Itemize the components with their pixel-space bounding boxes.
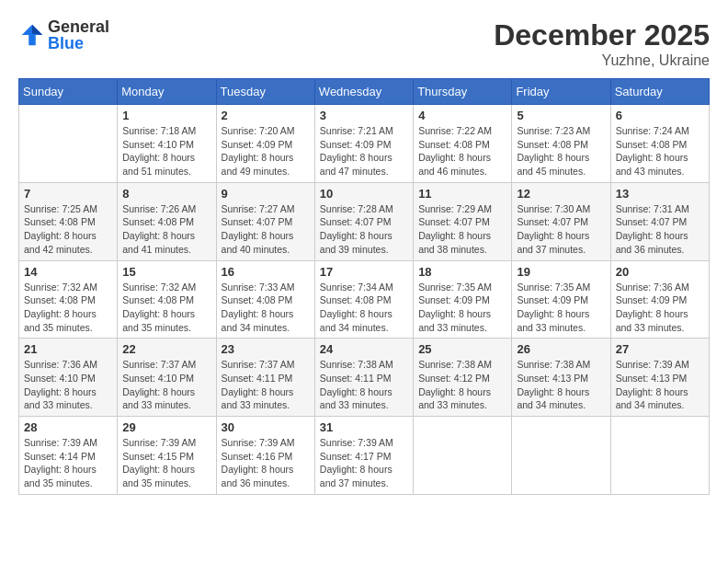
- day-number: 27: [616, 342, 704, 356]
- day-number: 21: [24, 342, 112, 356]
- day-number: 17: [320, 265, 408, 279]
- day-number: 6: [616, 109, 704, 122]
- day-info: Sunrise: 7:22 AMSunset: 4:08 PMDaylight:…: [418, 124, 506, 178]
- day-number: 18: [418, 265, 506, 279]
- day-info: Sunrise: 7:39 AMSunset: 4:15 PMDaylight:…: [122, 436, 210, 490]
- day-number: 10: [320, 187, 408, 201]
- day-info: Sunrise: 7:21 AMSunset: 4:09 PMDaylight:…: [320, 124, 408, 178]
- calendar-cell: [512, 417, 610, 495]
- location: Yuzhne, Ukraine: [494, 52, 710, 69]
- day-info: Sunrise: 7:36 AMSunset: 4:09 PMDaylight:…: [616, 281, 704, 335]
- day-info: Sunrise: 7:18 AMSunset: 4:10 PMDaylight:…: [122, 124, 210, 178]
- calendar-cell: 26Sunrise: 7:38 AMSunset: 4:13 PMDayligh…: [512, 339, 610, 417]
- week-row-3: 14Sunrise: 7:32 AMSunset: 4:08 PMDayligh…: [19, 260, 710, 339]
- calendar-cell: 9Sunrise: 7:27 AMSunset: 4:07 PMDaylight…: [216, 182, 314, 260]
- week-row-1: 1Sunrise: 7:18 AMSunset: 4:10 PMDaylight…: [19, 105, 710, 183]
- week-row-4: 21Sunrise: 7:36 AMSunset: 4:10 PMDayligh…: [19, 339, 710, 417]
- week-row-5: 28Sunrise: 7:39 AMSunset: 4:14 PMDayligh…: [19, 417, 710, 495]
- logo-icon: [18, 21, 46, 49]
- day-info: Sunrise: 7:38 AMSunset: 4:13 PMDaylight:…: [517, 358, 605, 412]
- day-number: 7: [24, 187, 112, 201]
- day-number: 22: [122, 342, 210, 356]
- logo-text: General Blue: [48, 18, 109, 52]
- weekday-header-thursday: Thursday: [414, 79, 512, 105]
- calendar-cell: 12Sunrise: 7:30 AMSunset: 4:07 PMDayligh…: [512, 182, 610, 260]
- calendar-cell: 8Sunrise: 7:26 AMSunset: 4:08 PMDaylight…: [118, 182, 216, 260]
- day-info: Sunrise: 7:36 AMSunset: 4:10 PMDaylight:…: [24, 358, 112, 412]
- calendar-cell: 15Sunrise: 7:32 AMSunset: 4:08 PMDayligh…: [118, 260, 216, 339]
- day-info: Sunrise: 7:37 AMSunset: 4:10 PMDaylight:…: [122, 358, 210, 412]
- day-number: 29: [122, 420, 210, 434]
- weekday-header-saturday: Saturday: [610, 79, 709, 105]
- page-header: General Blue December 2025 Yuzhne, Ukrai…: [18, 18, 710, 69]
- weekday-header-wednesday: Wednesday: [314, 79, 413, 105]
- calendar-cell: 22Sunrise: 7:37 AMSunset: 4:10 PMDayligh…: [118, 339, 216, 417]
- day-info: Sunrise: 7:35 AMSunset: 4:09 PMDaylight:…: [418, 281, 506, 335]
- day-info: Sunrise: 7:27 AMSunset: 4:07 PMDaylight:…: [222, 202, 310, 257]
- day-number: 28: [24, 420, 112, 434]
- calendar-cell: 1Sunrise: 7:18 AMSunset: 4:10 PMDaylight…: [118, 105, 216, 183]
- calendar-cell: 28Sunrise: 7:39 AMSunset: 4:14 PMDayligh…: [19, 417, 118, 495]
- day-number: 14: [24, 265, 112, 279]
- weekday-header-sunday: Sunday: [19, 79, 118, 105]
- calendar-cell: 20Sunrise: 7:36 AMSunset: 4:09 PMDayligh…: [610, 260, 709, 339]
- day-number: 30: [222, 420, 310, 434]
- day-info: Sunrise: 7:32 AMSunset: 4:08 PMDaylight:…: [122, 281, 210, 335]
- day-info: Sunrise: 7:38 AMSunset: 4:12 PMDaylight:…: [418, 358, 506, 412]
- day-number: 3: [320, 109, 408, 122]
- day-info: Sunrise: 7:20 AMSunset: 4:09 PMDaylight:…: [222, 124, 310, 178]
- day-number: 4: [418, 109, 506, 122]
- calendar-cell: [414, 417, 512, 495]
- calendar-cell: 17Sunrise: 7:34 AMSunset: 4:08 PMDayligh…: [314, 260, 413, 339]
- calendar-cell: 21Sunrise: 7:36 AMSunset: 4:10 PMDayligh…: [19, 339, 118, 417]
- calendar-cell: 14Sunrise: 7:32 AMSunset: 4:08 PMDayligh…: [19, 260, 118, 339]
- calendar-cell: 11Sunrise: 7:29 AMSunset: 4:07 PMDayligh…: [414, 182, 512, 260]
- weekday-header-row: SundayMondayTuesdayWednesdayThursdayFrid…: [19, 79, 710, 105]
- day-info: Sunrise: 7:30 AMSunset: 4:07 PMDaylight:…: [517, 202, 605, 257]
- day-number: 19: [517, 265, 605, 279]
- day-info: Sunrise: 7:24 AMSunset: 4:08 PMDaylight:…: [616, 124, 704, 178]
- day-number: 25: [418, 342, 506, 356]
- weekday-header-tuesday: Tuesday: [216, 79, 314, 105]
- day-info: Sunrise: 7:31 AMSunset: 4:07 PMDaylight:…: [616, 202, 704, 257]
- day-info: Sunrise: 7:39 AMSunset: 4:14 PMDaylight:…: [24, 436, 112, 490]
- day-number: 5: [517, 109, 605, 122]
- day-number: 13: [616, 187, 704, 201]
- calendar-cell: 2Sunrise: 7:20 AMSunset: 4:09 PMDaylight…: [216, 105, 314, 183]
- day-number: 16: [222, 265, 310, 279]
- calendar-cell: 10Sunrise: 7:28 AMSunset: 4:07 PMDayligh…: [314, 182, 413, 260]
- day-number: 20: [616, 265, 704, 279]
- weekday-header-friday: Friday: [512, 79, 610, 105]
- calendar-cell: 27Sunrise: 7:39 AMSunset: 4:13 PMDayligh…: [610, 339, 709, 417]
- calendar-cell: 13Sunrise: 7:31 AMSunset: 4:07 PMDayligh…: [610, 182, 709, 260]
- day-info: Sunrise: 7:29 AMSunset: 4:07 PMDaylight:…: [418, 202, 506, 257]
- svg-marker-1: [32, 25, 42, 35]
- day-info: Sunrise: 7:34 AMSunset: 4:08 PMDaylight:…: [320, 281, 408, 335]
- day-number: 12: [517, 187, 605, 201]
- calendar-cell: 31Sunrise: 7:39 AMSunset: 4:17 PMDayligh…: [314, 417, 413, 495]
- calendar-cell: 5Sunrise: 7:23 AMSunset: 4:08 PMDaylight…: [512, 105, 610, 183]
- title-block: December 2025 Yuzhne, Ukraine: [494, 18, 710, 69]
- day-number: 8: [122, 187, 210, 201]
- day-info: Sunrise: 7:26 AMSunset: 4:08 PMDaylight:…: [122, 202, 210, 257]
- day-info: Sunrise: 7:28 AMSunset: 4:07 PMDaylight:…: [320, 202, 408, 257]
- day-number: 23: [222, 342, 310, 356]
- month-title: December 2025: [494, 18, 710, 52]
- day-number: 1: [122, 109, 210, 122]
- weekday-header-monday: Monday: [118, 79, 216, 105]
- calendar-cell: [19, 105, 118, 183]
- day-number: 15: [122, 265, 210, 279]
- day-info: Sunrise: 7:35 AMSunset: 4:09 PMDaylight:…: [517, 281, 605, 335]
- day-number: 11: [418, 187, 506, 201]
- day-number: 31: [320, 420, 408, 434]
- day-number: 26: [517, 342, 605, 356]
- calendar-cell: 29Sunrise: 7:39 AMSunset: 4:15 PMDayligh…: [118, 417, 216, 495]
- calendar-cell: 4Sunrise: 7:22 AMSunset: 4:08 PMDaylight…: [414, 105, 512, 183]
- day-info: Sunrise: 7:39 AMSunset: 4:13 PMDaylight:…: [616, 358, 704, 412]
- day-info: Sunrise: 7:32 AMSunset: 4:08 PMDaylight:…: [24, 281, 112, 335]
- logo: General Blue: [18, 18, 109, 52]
- logo-general-text: General: [48, 18, 109, 35]
- day-info: Sunrise: 7:39 AMSunset: 4:17 PMDaylight:…: [320, 436, 408, 490]
- day-info: Sunrise: 7:33 AMSunset: 4:08 PMDaylight:…: [222, 281, 310, 335]
- calendar-cell: 7Sunrise: 7:25 AMSunset: 4:08 PMDaylight…: [19, 182, 118, 260]
